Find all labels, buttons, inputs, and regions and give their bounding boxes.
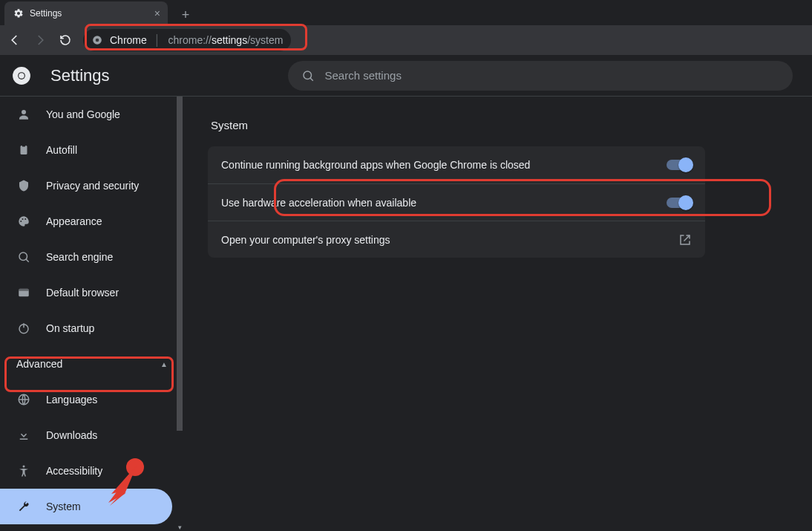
svg-point-4 — [19, 73, 24, 79]
sidebar-item-label: You and Google — [46, 108, 120, 120]
new-tab-button[interactable]: + — [175, 4, 196, 25]
sidebar-item-on-startup[interactable]: On startup — [0, 310, 184, 346]
svg-point-9 — [20, 221, 22, 222]
sidebar-item-label: System — [46, 501, 81, 512]
sidebar-item-default-browser[interactable]: Default browser — [0, 275, 184, 310]
address-bar[interactable]: Chrome │ chrome://settings/system — [83, 29, 291, 51]
gear-icon — [13, 8, 24, 19]
wrench-icon — [16, 499, 31, 514]
chevron-up-icon: ▲ — [160, 360, 168, 368]
address-url: chrome://settings/system — [168, 34, 284, 46]
sidebar-item-label: Privacy and security — [46, 180, 139, 192]
settings-header: Settings Search settings — [0, 55, 812, 97]
chrome-chip-icon — [92, 35, 102, 45]
row-hardware-acceleration[interactable]: Use hardware acceleration when available — [208, 183, 705, 221]
chrome-logo-icon — [12, 66, 31, 85]
svg-point-12 — [19, 253, 27, 261]
row-label: Continue running background apps when Go… — [221, 159, 530, 171]
sidebar-item-label: Downloads — [46, 429, 97, 441]
scrollbar-down-arrow[interactable]: ▾ — [176, 524, 183, 531]
sidebar-section-advanced[interactable]: Advanced ▲ — [0, 346, 184, 382]
row-proxy-settings[interactable]: Open your computer's proxy settings — [208, 221, 705, 258]
search-icon — [16, 250, 31, 264]
tab-title: Settings — [30, 8, 62, 19]
tab-strip: Settings × + — [0, 0, 812, 25]
svg-point-18 — [23, 466, 25, 468]
sidebar-item-label: Autofill — [46, 144, 77, 156]
back-button[interactable] — [7, 33, 22, 48]
settings-title: Settings — [50, 66, 110, 85]
download-icon — [16, 428, 31, 443]
settings-main: System Continue running background apps … — [184, 97, 812, 531]
reload-button[interactable] — [58, 33, 73, 48]
settings-sidebar: You and Google Autofill Privacy and secu… — [0, 97, 184, 531]
sidebar-item-you-and-google[interactable]: You and Google — [0, 97, 184, 132]
scrollbar-thumb[interactable] — [177, 97, 183, 431]
sidebar-item-appearance[interactable]: Appearance — [0, 203, 184, 239]
svg-point-11 — [24, 218, 26, 220]
row-label: Use hardware acceleration when available — [221, 197, 416, 209]
power-icon — [16, 321, 31, 336]
address-separator: │ — [154, 34, 161, 46]
sidebar-item-label: Default browser — [46, 287, 119, 299]
search-icon — [301, 69, 315, 82]
sidebar-item-accessibility[interactable]: Accessibility — [0, 453, 184, 489]
sidebar-section-label: Advanced — [16, 358, 62, 370]
section-title-system: System — [211, 119, 785, 131]
sidebar-item-label: Appearance — [46, 215, 102, 227]
browser-toolbar: Chrome │ chrome://settings/system — [0, 25, 812, 55]
sidebar-item-downloads[interactable]: Downloads — [0, 417, 184, 453]
person-icon — [16, 107, 31, 122]
settings-app: Settings Search settings You and Google — [0, 55, 812, 531]
forward-button[interactable] — [33, 33, 48, 48]
row-label: Open your computer's proxy settings — [221, 234, 390, 246]
svg-point-5 — [304, 71, 312, 79]
svg-rect-7 — [21, 146, 27, 154]
system-card: Continue running background apps when Go… — [208, 146, 705, 258]
shield-icon — [16, 178, 31, 193]
clipboard-icon — [16, 143, 31, 157]
row-background-apps[interactable]: Continue running background apps when Go… — [208, 146, 705, 183]
svg-point-1 — [96, 39, 99, 42]
svg-point-10 — [22, 218, 24, 220]
toggle-hardware-acceleration[interactable] — [667, 198, 692, 208]
search-placeholder: Search settings — [325, 69, 402, 82]
accessibility-icon — [16, 463, 31, 478]
sidebar-item-label: Languages — [46, 394, 97, 405]
browser-icon — [16, 285, 31, 300]
globe-icon — [16, 392, 31, 407]
sidebar-item-languages[interactable]: Languages — [0, 382, 184, 417]
svg-point-6 — [22, 110, 26, 114]
palette-icon — [16, 214, 31, 229]
sidebar-item-label: Accessibility — [46, 465, 102, 477]
svg-rect-17 — [20, 439, 28, 440]
sidebar-item-autofill[interactable]: Autofill — [0, 132, 184, 168]
sidebar-scrollbar[interactable]: ▾ — [175, 97, 184, 531]
toggle-background-apps[interactable] — [667, 160, 692, 170]
sidebar-item-search-engine[interactable]: Search engine — [0, 239, 184, 275]
sidebar-item-system[interactable]: System — [0, 489, 172, 524]
settings-search[interactable]: Search settings — [288, 61, 793, 91]
svg-rect-8 — [22, 145, 26, 147]
browser-tab-settings[interactable]: Settings × — [4, 1, 168, 25]
sidebar-item-privacy[interactable]: Privacy and security — [0, 168, 184, 203]
close-tab-icon[interactable]: × — [154, 7, 160, 19]
external-link-icon — [678, 233, 692, 247]
sidebar-item-label: On startup — [46, 322, 94, 334]
address-chip: Chrome — [110, 34, 147, 46]
sidebar-item-label: Search engine — [46, 251, 113, 263]
svg-rect-14 — [19, 289, 29, 291]
